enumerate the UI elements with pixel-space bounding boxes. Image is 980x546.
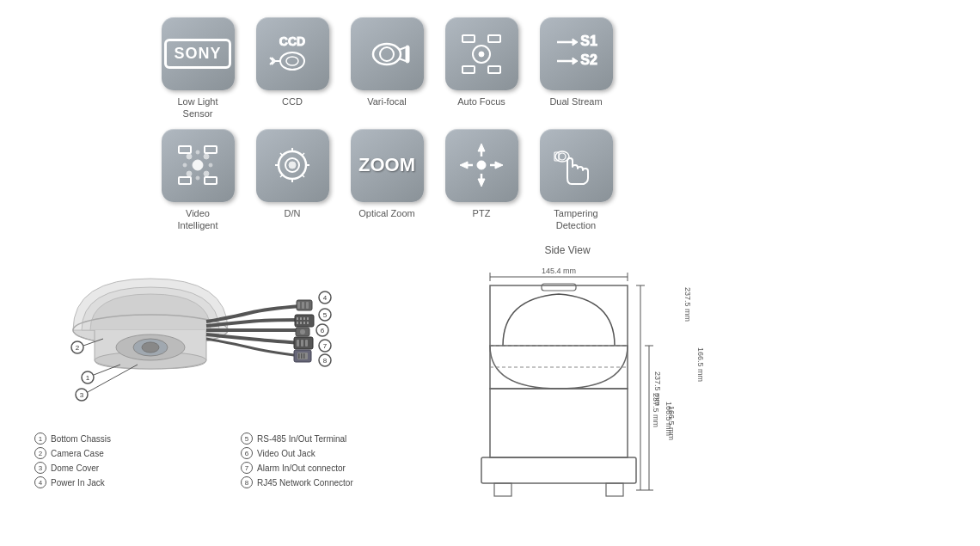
legend-label-7: Alarm In/Out connector	[257, 463, 346, 473]
svg-rect-83	[297, 322, 298, 324]
dual-stream-label: Dual Stream	[549, 95, 602, 107]
feature-varifocal: Vari-focal	[344, 17, 430, 120]
svg-rect-77	[306, 302, 309, 309]
varifocal-label: Vari-focal	[367, 95, 407, 107]
camera-diagram-svg: 1 2 3 4 5 6	[26, 244, 387, 425]
legend-item-8: 8 RJ45 Network Connector	[241, 476, 421, 488]
feature-dn: D/N	[249, 129, 335, 232]
tampering-icon	[540, 129, 613, 202]
svg-rect-86	[307, 322, 309, 324]
legend-num-1: 1	[34, 433, 46, 445]
legend-label-4: Power In Jack	[51, 478, 105, 488]
svg-rect-31	[205, 146, 217, 153]
svg-rect-14	[462, 66, 475, 73]
svg-rect-97	[303, 353, 305, 359]
svg-point-34	[187, 154, 192, 159]
svg-text:166.5 mm: 166.5 mm	[665, 402, 673, 436]
legend-num-3: 3	[34, 462, 46, 474]
feature-tampering: Tampering Detection	[533, 129, 619, 232]
svg-text:S1: S1	[580, 34, 597, 48]
legend-section: 1 Bottom Chassis 5 RS-485 In/Out Termina…	[26, 433, 421, 488]
svg-rect-82	[307, 317, 309, 320]
tampering-label: Tampering Detection	[554, 207, 597, 232]
svg-rect-126	[481, 457, 636, 483]
bottom-section: 1 2 3 4 5 6	[26, 244, 954, 546]
legend-item-2: 2 Camera Case	[34, 447, 215, 459]
svg-rect-96	[301, 353, 303, 359]
svg-text:4: 4	[323, 294, 328, 302]
features-row-2: Video Intelligent	[155, 129, 619, 232]
svg-rect-76	[302, 302, 304, 309]
svg-text:7: 7	[323, 342, 328, 350]
svg-marker-60	[495, 162, 503, 169]
svg-text:8: 8	[323, 357, 328, 365]
svg-point-88	[300, 329, 305, 334]
svg-text:S2: S2	[580, 52, 597, 67]
legend-item-7: 7 Alarm In/Out connector	[241, 462, 421, 474]
svg-line-106	[88, 365, 138, 392]
svg-text:1: 1	[86, 374, 90, 382]
legend-label-3: Dome Cover	[51, 463, 99, 473]
dn-icon	[256, 129, 329, 202]
legend-label-5: RS-485 In/Out Terminal	[257, 434, 346, 444]
low-light-label: Low Light Sensor	[177, 95, 217, 120]
svg-marker-28	[573, 58, 578, 64]
legend-item-4: 4 Power In Jack	[34, 476, 215, 488]
main-container: SONY Low Light Sensor CCD	[0, 0, 980, 546]
feature-optical-zoom: ZOOM Optical Zoom	[344, 129, 430, 232]
svg-point-2	[286, 57, 298, 65]
svg-rect-12	[406, 46, 409, 63]
svg-rect-127	[494, 483, 511, 496]
svg-rect-78	[295, 315, 314, 327]
svg-rect-123	[542, 284, 576, 291]
svg-point-18	[479, 52, 484, 57]
svg-point-35	[204, 154, 209, 159]
svg-text:CCD: CCD	[279, 34, 305, 48]
side-view-svg: 145.4 mm	[438, 260, 679, 546]
svg-text:6: 6	[321, 327, 325, 334]
feature-ptz: PTZ	[438, 129, 524, 232]
side-view-title: Side View	[438, 244, 696, 256]
legend-item-6: 6 Video Out Jack	[241, 447, 421, 459]
svg-rect-32	[205, 177, 217, 184]
optical-zoom-label: Optical Zoom	[358, 207, 414, 219]
dual-stream-icon: S1 S2	[540, 17, 613, 90]
svg-point-9	[380, 47, 394, 61]
svg-point-36	[187, 171, 192, 176]
svg-rect-30	[179, 177, 191, 184]
legend-item-1: 1 Bottom Chassis	[34, 433, 215, 445]
legend-item-5: 5 RS-485 In/Out Terminal	[241, 433, 421, 445]
svg-rect-79	[297, 317, 298, 320]
svg-rect-81	[303, 317, 305, 320]
feature-dual-stream: S1 S2 Dual Stream	[533, 17, 619, 120]
legend-label-6: Video Out Jack	[257, 449, 315, 458]
svg-marker-58	[460, 162, 468, 169]
legend-num-7: 7	[241, 462, 253, 474]
svg-rect-16	[488, 66, 500, 73]
low-light-icon: SONY	[162, 17, 235, 90]
features-row-1: SONY Low Light Sensor CCD	[155, 17, 619, 120]
svg-text:3: 3	[80, 391, 84, 399]
svg-text:2: 2	[76, 344, 80, 352]
legend-label-8: RJ45 Network Connector	[257, 478, 353, 488]
optical-zoom-icon: ZOOM	[351, 129, 424, 202]
svg-rect-90	[297, 340, 299, 347]
svg-rect-13	[462, 35, 475, 42]
autofocus-icon	[445, 17, 518, 90]
svg-point-61	[477, 161, 486, 169]
svg-rect-84	[300, 322, 302, 324]
features-section: SONY Low Light Sensor CCD	[155, 17, 954, 240]
legend-num-5: 5	[241, 433, 253, 445]
svg-rect-85	[303, 322, 305, 324]
legend-num-6: 6	[241, 447, 253, 459]
feature-autofocus: Auto Focus	[438, 17, 524, 120]
svg-point-41	[209, 163, 212, 167]
svg-rect-92	[305, 340, 308, 347]
legend-grid: 1 Bottom Chassis 5 RS-485 In/Out Termina…	[34, 433, 421, 488]
svg-rect-15	[488, 35, 500, 42]
ptz-label: PTZ	[473, 207, 491, 219]
svg-marker-54	[478, 144, 485, 151]
svg-point-33	[193, 160, 203, 170]
svg-text:5: 5	[323, 311, 328, 319]
legend-num-8: 8	[241, 476, 253, 488]
